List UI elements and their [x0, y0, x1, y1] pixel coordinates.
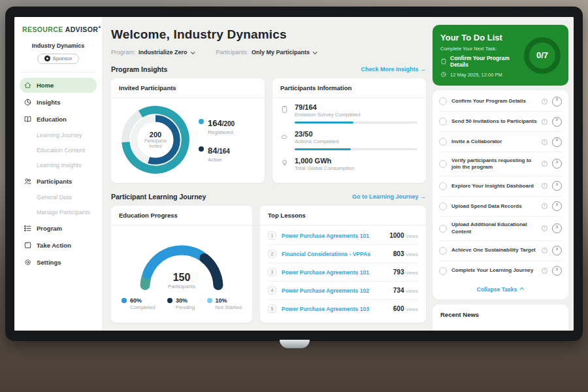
- donut-center-value: 200: [150, 131, 161, 139]
- education-progress-card: Education Progress 150 Participants: [111, 206, 252, 323]
- task-row: Upload Additional Educational Content: [439, 217, 562, 241]
- sidebar-item-take-action[interactable]: Take Action: [20, 238, 97, 253]
- chevron-right-icon[interactable]: [552, 117, 562, 127]
- logo-secondary: ADVISOR: [65, 25, 99, 33]
- lesson-row: 5 Power Purchase Agreements 103 600 view…: [268, 300, 418, 318]
- task-row: Send 50 Invitations to Participants: [439, 112, 562, 132]
- todo-progress-ring: 0/7: [524, 37, 561, 74]
- chevron-down-icon: [190, 50, 195, 54]
- sidebar-item-education-content[interactable]: Education Content: [20, 144, 97, 157]
- lesson-row: 2 Financial Considerations - VPPAs 803 v…: [268, 245, 418, 263]
- actions-progress-bar: [295, 148, 417, 150]
- info-icon[interactable]: [542, 183, 547, 189]
- task-checkbox[interactable]: [439, 267, 447, 275]
- program-filter-label: Program:: [111, 49, 135, 56]
- gauge-center-value: 150: [129, 272, 234, 284]
- chevron-right-icon[interactable]: [552, 159, 562, 169]
- participants-icon: [24, 177, 32, 186]
- collapse-tasks-link[interactable]: Collapse Tasks: [439, 281, 562, 295]
- task-checkbox[interactable]: [439, 160, 447, 168]
- logo-plus: +: [98, 25, 101, 29]
- logo-primary: RESOURCE: [22, 25, 63, 33]
- program-filter-select[interactable]: Industrialize Zero: [139, 49, 194, 56]
- survey-icon: [280, 105, 289, 114]
- invited-participants-card: Invited Participants 200 Participants In…: [111, 78, 265, 183]
- chevron-right-icon[interactable]: [552, 246, 562, 255]
- legend-item-registered: 164/200 Registered: [199, 117, 235, 135]
- sidebar-item-learning-journey[interactable]: Learning Journey: [20, 129, 97, 142]
- lesson-link[interactable]: Power Purchase Agreements 101: [282, 233, 384, 239]
- task-row: Achieve One Sustainability Target: [439, 241, 562, 261]
- program-insights-title: Program Insights: [111, 65, 167, 73]
- chevron-right-icon[interactable]: [552, 266, 562, 276]
- lesson-link[interactable]: Power Purchase Agreements 101: [282, 269, 388, 276]
- sidebar-item-insights[interactable]: Insights: [20, 95, 97, 110]
- sponsor-badge[interactable]: Sponsor: [37, 54, 79, 64]
- legend-not-started: 10% Not Started: [207, 297, 242, 310]
- sidebar-item-home[interactable]: Home: [20, 78, 97, 93]
- registered-dot: [199, 119, 204, 124]
- info-icon[interactable]: [542, 139, 547, 145]
- page-title: Welcome, Industry Dynamics: [111, 27, 426, 42]
- info-icon[interactable]: [542, 99, 547, 105]
- check-more-insights-link[interactable]: Check More Insights: [361, 66, 426, 73]
- task-checkbox[interactable]: [439, 138, 447, 146]
- donut-center-label: Participants Invited: [139, 139, 172, 150]
- sidebar-item-learning-insights[interactable]: Learning Insights: [20, 159, 97, 172]
- chevron-right-icon[interactable]: [552, 137, 562, 147]
- lesson-link[interactable]: Power Purchase Agreements 102: [282, 287, 388, 294]
- task-checkbox[interactable]: [439, 182, 447, 190]
- task-checkbox[interactable]: [439, 97, 447, 105]
- task-checkbox[interactable]: [439, 203, 447, 210]
- stat-global-consumption: 1,000 GWh Total Global Consumption: [280, 157, 418, 171]
- participants-filter: Participants: Only My Participants: [216, 49, 317, 56]
- pending-dot: [167, 298, 172, 303]
- sidebar-item-settings[interactable]: Settings: [20, 255, 97, 270]
- invited-participants-title: Invited Participants: [111, 78, 265, 98]
- stat-emission-survey: 79/164 Emission Survey Completed: [280, 103, 418, 123]
- chevron-right-icon[interactable]: [552, 97, 562, 106]
- info-icon[interactable]: [542, 161, 547, 167]
- emission-progress-bar: [295, 122, 417, 123]
- info-icon[interactable]: [542, 203, 547, 209]
- monitor-bezel: RESOURCE ADVISOR+ Industry Dynamics Spon…: [5, 7, 583, 341]
- go-to-learning-journey-link[interactable]: Go to Learning Journey: [352, 193, 426, 200]
- task-row: Invite a Collaborator: [439, 132, 562, 152]
- sidebar-item-education[interactable]: Education: [20, 112, 97, 127]
- lesson-link[interactable]: Financial Considerations - VPPAs: [282, 251, 388, 257]
- legend-completed: 60% Completed: [122, 297, 155, 310]
- stat-actions-completed: 23/50 Actions Completed: [280, 130, 418, 150]
- sidebar-item-general-data[interactable]: General Data: [20, 191, 97, 204]
- invited-participants-donut-chart: 200 Participants Invited: [119, 103, 192, 176]
- legend-item-active: 84/164 Active: [199, 144, 235, 163]
- insights-icon: [24, 98, 32, 106]
- sidebar: RESOURCE ADVISOR+ Industry Dynamics Spon…: [14, 17, 102, 331]
- chevron-right-icon[interactable]: [552, 181, 562, 191]
- education-progress-title: Education Progress: [111, 206, 252, 225]
- task-row: Explore Your Insights Dashboard: [439, 176, 562, 197]
- chevron-right-icon[interactable]: [552, 201, 562, 211]
- gauge-legend: 60% Completed 30% Pending 10% Not Starte…: [119, 297, 244, 310]
- participants-information-title: Participants Information: [272, 78, 426, 98]
- info-icon[interactable]: [542, 225, 547, 231]
- filters-row: Program: Industrialize Zero Participants…: [111, 49, 426, 56]
- sidebar-item-participants[interactable]: Participants: [20, 174, 97, 189]
- task-checkbox[interactable]: [439, 247, 447, 255]
- chevron-right-icon[interactable]: [552, 223, 562, 233]
- sidebar-item-manage-participants[interactable]: Manage Participants: [20, 206, 97, 219]
- task-checkbox[interactable]: [439, 225, 447, 233]
- lesson-link[interactable]: Power Purchase Agreements 103: [282, 306, 388, 312]
- settings-icon: [24, 258, 32, 267]
- info-icon[interactable]: [542, 268, 547, 274]
- info-icon[interactable]: [542, 119, 547, 125]
- task-checkbox[interactable]: [439, 118, 447, 125]
- program-filter: Program: Industrialize Zero: [111, 49, 194, 56]
- info-icon[interactable]: [542, 248, 547, 253]
- todo-column: Your To Do List Complete Your Next Task:…: [433, 17, 568, 331]
- dashboard-screen: RESOURCE ADVISOR+ Industry Dynamics Spon…: [14, 17, 574, 331]
- take-action-icon: [24, 241, 32, 250]
- lesson-rank: 5: [268, 304, 276, 313]
- home-icon: [24, 81, 32, 90]
- sidebar-item-program[interactable]: Program: [20, 221, 97, 236]
- participants-filter-select[interactable]: Only My Participants: [252, 49, 316, 56]
